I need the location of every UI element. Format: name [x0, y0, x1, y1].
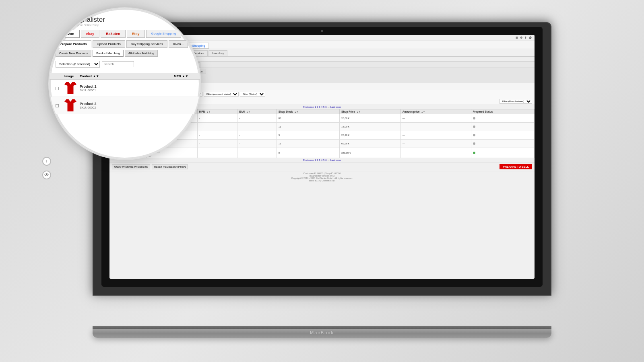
row-mpn-1: - [197, 114, 237, 123]
upload-icon[interactable]: ⬆ [524, 36, 527, 40]
page-1[interactable]: 1 [315, 106, 316, 108]
row-status-2 [471, 123, 535, 131]
row-shop-price-2: 15,00 € [340, 123, 401, 131]
mag-tab-create[interactable]: Create New Products [56, 50, 91, 57]
page-6[interactable]: 6 [325, 106, 326, 108]
page-ellipsis: ... [328, 106, 330, 108]
mag-sub-tabs: Create New Products Product Matching Att… [50, 50, 200, 57]
left-buttons: UNDO PREPARE PRODUCTS RESET ITEM DESCRIP… [112, 165, 189, 169]
status-filter[interactable]: Filter (Status) [240, 92, 265, 97]
mag-product-sku-2: SKU: 00002 [80, 106, 194, 109]
last-page-link[interactable]: Last page [330, 106, 341, 108]
status-dot-3 [473, 134, 475, 136]
mag-selection-dropdown[interactable]: Selection (0 selected) [56, 61, 100, 68]
b-page-3[interactable]: 3 [319, 159, 320, 161]
settings-icon[interactable]: ⚙ [520, 36, 523, 40]
eye-icon[interactable]: 👁 [42, 171, 51, 179]
row-amazon-price-2: — [400, 123, 471, 131]
bottom-bar: UNDO PREPARE PRODUCTS RESET ITEM DESCRIP… [109, 162, 535, 171]
mag-tab-amazon[interactable]: amazon [56, 30, 80, 38]
row-amazon-price-1: — [400, 114, 471, 123]
magnified-content: m magnalister boost your Online Shop ama… [50, 8, 200, 159]
first-page-link-bottom[interactable]: First page [303, 159, 314, 161]
mag-product-row-1: Product 1 SKU: 00001 [50, 80, 200, 97]
mag-logo-letter: m [60, 18, 65, 25]
reset-description-button[interactable]: RESET ITEM DESCRIPTION [152, 165, 188, 169]
prepared-status-filter[interactable]: Filter (prepared status) [204, 92, 239, 97]
mag-selection-row: Selection (0 selected) [50, 59, 200, 69]
b-page-4[interactable]: 4 [321, 159, 322, 161]
camera [321, 30, 323, 32]
mag-logo-title: magnalister [70, 16, 105, 24]
mag-th-mpn[interactable]: MPN ▲▼ [174, 74, 194, 78]
b-page-1[interactable]: 1 [315, 159, 316, 161]
page-4[interactable]: 4 [321, 106, 322, 108]
row-shop-price-1: 20,00 € [340, 114, 401, 123]
b-page-5[interactable]: 5 [323, 159, 324, 161]
mag-tab-prepare[interactable]: Prepare Products [56, 40, 91, 48]
mag-row-info-2: Product 2 SKU: 00002 [80, 102, 194, 109]
mag-row-check-1[interactable] [56, 84, 61, 92]
th-mpn[interactable]: MPN ▲▼ [197, 109, 237, 114]
mag-tab-attr[interactable]: Attributes Matching [125, 50, 158, 57]
b-page-2[interactable]: 2 [317, 159, 318, 161]
row-ean-4: - [237, 140, 277, 148]
footer-build: Build: 8117 | Current: 8217 [110, 179, 534, 182]
prepare-to-sell-button[interactable]: PREPARE TO SELL [500, 164, 532, 169]
manufacturer-filter[interactable]: Filter (Manufacturer) [500, 99, 532, 104]
row-stock-1: 80 [277, 114, 339, 123]
mag-row-info-1: Product 1 SKU: 00001 [80, 84, 194, 92]
app-footer: Customer-ID: 00000 | Shop-ID: 00000 magn… [109, 171, 535, 183]
mag-table-header: Image Product ▲▼ MPN ▲▼ [50, 73, 200, 80]
status-dot-4 [473, 142, 475, 145]
mag-tab-rakuten[interactable]: Rakuten [101, 30, 126, 38]
status-dot-2 [473, 125, 475, 128]
mag-action-tabs: Prepare Products Upload Products Buy Shi… [50, 40, 200, 48]
last-page-link-bottom[interactable]: Last page [330, 159, 341, 161]
page-5[interactable]: 5 [323, 106, 324, 108]
mag-tab-shipping[interactable]: Buy Shipping Services [126, 40, 167, 48]
row-stock-4: 11 [277, 140, 339, 148]
mag-checkbox-2[interactable] [56, 104, 59, 107]
mag-tab-google[interactable]: Google Shopping [146, 30, 182, 38]
power-icon[interactable]: ⏻ [528, 36, 532, 40]
scene: magnalister ⊞ ⚙ ⬆ ⏻ amazon ebay Rakuten [0, 0, 644, 362]
mag-tab-ebay[interactable]: ebay [81, 30, 100, 38]
grid-icon[interactable]: ⊞ [515, 36, 518, 40]
undo-prepare-button[interactable]: UNDO PREPARE PRODUCTS [112, 165, 150, 169]
mag-th-product[interactable]: Product ▲▼ [80, 74, 171, 78]
mag-row-check-2[interactable] [56, 102, 61, 109]
page-2[interactable]: 2 [317, 106, 318, 108]
zoom-in-icon[interactable]: + [42, 157, 51, 166]
mag-checkbox-1[interactable] [56, 87, 59, 90]
th-amazon-price[interactable]: Amazon price ▲▼ [400, 109, 471, 114]
mag-logo-area: m magnalister boost your Online Shop [50, 8, 200, 30]
row-ean-5: - [237, 148, 277, 158]
th-ean[interactable]: EAN ▲▼ [237, 109, 277, 114]
b-page-6[interactable]: 6 [325, 159, 326, 161]
th-stock[interactable]: Shop Stock ▲▼ [277, 109, 339, 114]
row-ean-3: - [237, 131, 277, 140]
row-shop-price-4: 69,95 € [340, 140, 401, 148]
row-mpn-5: - [197, 148, 237, 158]
status-dot-1 [473, 117, 475, 119]
mag-tab-etsy[interactable]: Etsy [127, 30, 145, 38]
row-status-4 [471, 140, 535, 148]
mag-product-image-2 [64, 99, 76, 111]
mag-tab-matching[interactable]: Product Matching [93, 50, 123, 57]
first-page-link[interactable]: First page [303, 106, 314, 108]
mag-tab-inventory[interactable]: Inven... [169, 40, 188, 48]
tab-inventory[interactable]: Inventory [208, 50, 227, 56]
th-shop-price[interactable]: Shop Price ▲▼ [340, 109, 401, 114]
row-ean-1: - [237, 114, 277, 123]
magnified-circle: m magnalister boost your Online Shop ama… [48, 7, 201, 160]
header-icons: ⊞ ⚙ ⬆ ⏻ [515, 36, 532, 40]
row-status-3 [471, 131, 535, 140]
mag-tab-upload[interactable]: Upload Products [93, 40, 125, 48]
row-stock-5: 0 [277, 148, 339, 158]
mag-logo-text-area: magnalister boost your Online Shop [70, 16, 105, 27]
mag-product-name-1: Product 1 [80, 84, 194, 88]
mag-marketplace-tabs: amazon ebay Rakuten Etsy Google Shopping [50, 30, 200, 38]
page-3[interactable]: 3 [319, 106, 320, 108]
mag-search-input[interactable] [102, 61, 134, 67]
